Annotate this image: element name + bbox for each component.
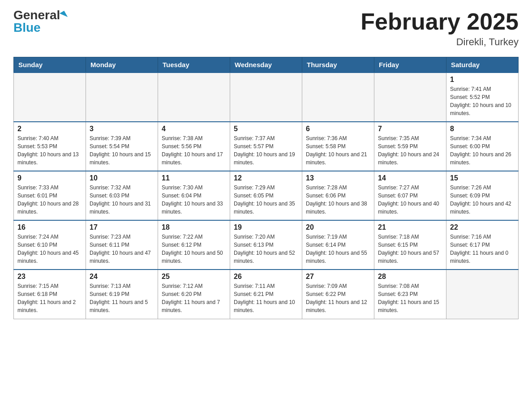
day-number: 2 [17, 125, 82, 133]
calendar-cell [446, 270, 519, 319]
month-title: February 2025 [360, 9, 519, 34]
day-number: 3 [90, 125, 154, 133]
day-number: 24 [90, 273, 154, 281]
column-header-sunday: Sunday [14, 57, 86, 73]
column-header-monday: Monday [86, 57, 158, 73]
day-number: 7 [378, 125, 442, 133]
week-row-3: 9Sunrise: 7:33 AMSunset: 6:01 PMDaylight… [14, 171, 519, 220]
day-info: Sunrise: 7:28 AMSunset: 6:06 PMDaylight:… [306, 184, 370, 216]
calendar-table: SundayMondayTuesdayWednesdayThursdayFrid… [13, 57, 519, 319]
day-number: 4 [162, 125, 226, 133]
day-info: Sunrise: 7:19 AMSunset: 6:14 PMDaylight:… [306, 233, 370, 265]
day-info: Sunrise: 7:35 AMSunset: 5:59 PMDaylight:… [378, 134, 442, 167]
calendar-header-row: SundayMondayTuesdayWednesdayThursdayFrid… [14, 57, 519, 73]
calendar-cell: 12Sunrise: 7:29 AMSunset: 6:05 PMDayligh… [230, 171, 302, 220]
title-section: February 2025 Direkli, Turkey [360, 9, 519, 48]
day-info: Sunrise: 7:08 AMSunset: 6:23 PMDaylight:… [378, 282, 442, 314]
day-info: Sunrise: 7:40 AMSunset: 5:53 PMDaylight:… [17, 134, 82, 167]
calendar-cell [158, 73, 230, 122]
day-number: 17 [90, 223, 154, 231]
calendar-cell: 2Sunrise: 7:40 AMSunset: 5:53 PMDaylight… [14, 122, 86, 171]
day-number: 22 [450, 223, 515, 231]
calendar-cell: 11Sunrise: 7:30 AMSunset: 6:04 PMDayligh… [158, 171, 230, 220]
page-header: General Blue February 2025 Direkli, Turk… [13, 9, 519, 48]
day-info: Sunrise: 7:38 AMSunset: 5:56 PMDaylight:… [162, 134, 226, 167]
day-info: Sunrise: 7:20 AMSunset: 6:13 PMDaylight:… [234, 233, 298, 265]
day-number: 20 [306, 223, 370, 231]
calendar-cell: 7Sunrise: 7:35 AMSunset: 5:59 PMDaylight… [374, 122, 446, 171]
day-number: 28 [378, 273, 442, 281]
day-number: 6 [306, 125, 370, 133]
day-number: 19 [234, 223, 298, 231]
day-info: Sunrise: 7:33 AMSunset: 6:01 PMDaylight:… [17, 184, 82, 216]
day-number: 11 [162, 174, 226, 182]
day-info: Sunrise: 7:09 AMSunset: 6:22 PMDaylight:… [306, 282, 370, 314]
week-row-4: 16Sunrise: 7:24 AMSunset: 6:10 PMDayligh… [14, 220, 519, 270]
calendar-cell: 14Sunrise: 7:27 AMSunset: 6:07 PMDayligh… [374, 171, 446, 220]
calendar-cell: 4Sunrise: 7:38 AMSunset: 5:56 PMDaylight… [158, 122, 230, 171]
day-number: 12 [234, 174, 298, 182]
calendar-cell: 6Sunrise: 7:36 AMSunset: 5:58 PMDaylight… [302, 122, 374, 171]
calendar-cell: 13Sunrise: 7:28 AMSunset: 6:06 PMDayligh… [302, 171, 374, 220]
calendar-cell: 9Sunrise: 7:33 AMSunset: 6:01 PMDaylight… [14, 171, 86, 220]
day-number: 27 [306, 273, 370, 281]
calendar-cell [374, 73, 446, 122]
day-info: Sunrise: 7:13 AMSunset: 6:19 PMDaylight:… [90, 282, 154, 314]
day-info: Sunrise: 7:27 AMSunset: 6:07 PMDaylight:… [378, 184, 442, 216]
day-number: 5 [234, 125, 298, 133]
week-row-5: 23Sunrise: 7:15 AMSunset: 6:18 PMDayligh… [14, 270, 519, 319]
day-number: 1 [450, 76, 515, 84]
calendar-cell: 20Sunrise: 7:19 AMSunset: 6:14 PMDayligh… [302, 220, 374, 270]
calendar-cell [86, 73, 158, 122]
day-info: Sunrise: 7:39 AMSunset: 5:54 PMDaylight:… [90, 134, 154, 167]
calendar-cell: 16Sunrise: 7:24 AMSunset: 6:10 PMDayligh… [14, 220, 86, 270]
calendar-cell: 18Sunrise: 7:22 AMSunset: 6:12 PMDayligh… [158, 220, 230, 270]
calendar-cell: 25Sunrise: 7:12 AMSunset: 6:20 PMDayligh… [158, 270, 230, 319]
calendar-cell: 17Sunrise: 7:23 AMSunset: 6:11 PMDayligh… [86, 220, 158, 270]
calendar-cell: 5Sunrise: 7:37 AMSunset: 5:57 PMDaylight… [230, 122, 302, 171]
day-info: Sunrise: 7:24 AMSunset: 6:10 PMDaylight:… [17, 233, 82, 265]
day-info: Sunrise: 7:15 AMSunset: 6:18 PMDaylight:… [17, 282, 82, 314]
day-number: 14 [378, 174, 442, 182]
calendar-cell [230, 73, 302, 122]
calendar-cell [14, 73, 86, 122]
calendar-cell: 1Sunrise: 7:41 AMSunset: 5:52 PMDaylight… [446, 73, 519, 122]
day-info: Sunrise: 7:23 AMSunset: 6:11 PMDaylight:… [90, 233, 154, 265]
day-number: 9 [17, 174, 82, 182]
column-header-saturday: Saturday [446, 57, 519, 73]
day-number: 13 [306, 174, 370, 182]
column-header-wednesday: Wednesday [230, 57, 302, 73]
day-info: Sunrise: 7:36 AMSunset: 5:58 PMDaylight:… [306, 134, 370, 167]
column-header-thursday: Thursday [302, 57, 374, 73]
logo-general-text: General [13, 9, 66, 21]
day-info: Sunrise: 7:37 AMSunset: 5:57 PMDaylight:… [234, 134, 298, 167]
calendar-cell: 24Sunrise: 7:13 AMSunset: 6:19 PMDayligh… [86, 270, 158, 319]
calendar-cell: 28Sunrise: 7:08 AMSunset: 6:23 PMDayligh… [374, 270, 446, 319]
day-info: Sunrise: 7:18 AMSunset: 6:15 PMDaylight:… [378, 233, 442, 265]
column-header-tuesday: Tuesday [158, 57, 230, 73]
calendar-cell: 27Sunrise: 7:09 AMSunset: 6:22 PMDayligh… [302, 270, 374, 319]
calendar-cell [302, 73, 374, 122]
day-number: 23 [17, 273, 82, 281]
day-info: Sunrise: 7:41 AMSunset: 5:52 PMDaylight:… [450, 85, 515, 117]
day-info: Sunrise: 7:11 AMSunset: 6:21 PMDaylight:… [234, 282, 298, 314]
column-header-friday: Friday [374, 57, 446, 73]
calendar-cell: 26Sunrise: 7:11 AMSunset: 6:21 PMDayligh… [230, 270, 302, 319]
day-number: 26 [234, 273, 298, 281]
day-number: 10 [90, 174, 154, 182]
calendar-cell: 22Sunrise: 7:16 AMSunset: 6:17 PMDayligh… [446, 220, 519, 270]
day-info: Sunrise: 7:30 AMSunset: 6:04 PMDaylight:… [162, 184, 226, 216]
day-number: 18 [162, 223, 226, 231]
day-number: 16 [17, 223, 82, 231]
calendar-cell: 19Sunrise: 7:20 AMSunset: 6:13 PMDayligh… [230, 220, 302, 270]
location-text: Direkli, Turkey [360, 36, 519, 48]
calendar-cell: 23Sunrise: 7:15 AMSunset: 6:18 PMDayligh… [14, 270, 86, 319]
week-row-2: 2Sunrise: 7:40 AMSunset: 5:53 PMDaylight… [14, 122, 519, 171]
calendar-cell: 10Sunrise: 7:32 AMSunset: 6:03 PMDayligh… [86, 171, 158, 220]
logo-blue-text: Blue [13, 21, 66, 34]
week-row-1: 1Sunrise: 7:41 AMSunset: 5:52 PMDaylight… [14, 73, 519, 122]
logo-arrow-icon [60, 11, 68, 20]
day-info: Sunrise: 7:32 AMSunset: 6:03 PMDaylight:… [90, 184, 154, 216]
day-number: 21 [378, 223, 442, 231]
day-info: Sunrise: 7:16 AMSunset: 6:17 PMDaylight:… [450, 233, 515, 265]
